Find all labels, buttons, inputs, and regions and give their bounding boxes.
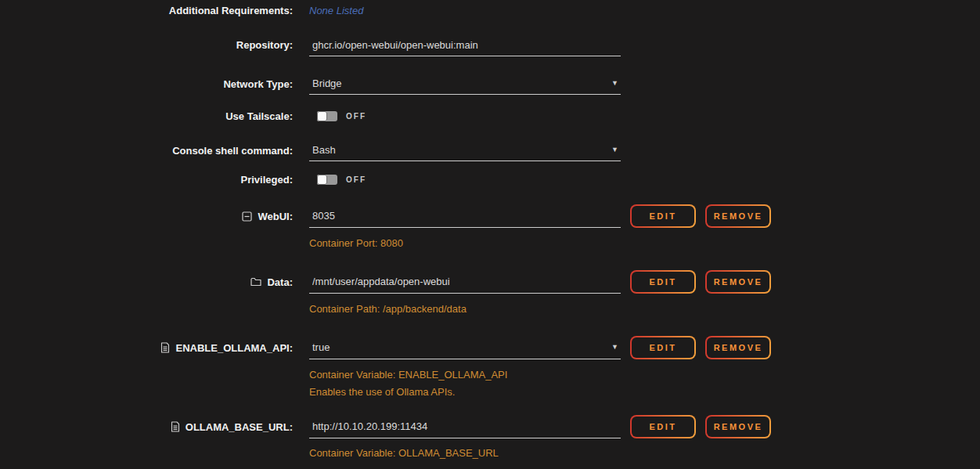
console-shell-command-select[interactable]: Bash ▼ (309, 139, 621, 161)
additional-requirements-label: Additional Requirements: (0, 3, 293, 18)
privileged-label: Privileged: (0, 173, 293, 186)
row-network-type: Network Type: Bridge ▼ (0, 73, 980, 95)
row-data-path: Data: EDIT REMOVE (0, 270, 980, 294)
console-shell-command-selected-value: Bash (312, 144, 336, 156)
chevron-down-icon: ▼ (611, 146, 618, 153)
chevron-down-icon: ▼ (611, 80, 618, 87)
enable-ollama-api-help-text: Container Variable: ENABLE_OLLAMA_API (309, 369, 507, 381)
webui-edit-button[interactable]: EDIT (630, 204, 696, 228)
row-ollama-base-url: OLLAMA_BASE_URL: EDIT REMOVE (0, 415, 980, 438)
toggle-knob (317, 111, 327, 121)
use-tailscale-label: Use Tailscale: (0, 110, 293, 122)
data-label: Data: (267, 276, 293, 288)
toggle-knob (317, 175, 327, 185)
webui-label: WebUI: (258, 211, 293, 222)
enable-ollama-api-description-text: Enables the use of Ollama APIs. (309, 386, 455, 398)
square-minus-icon (242, 211, 252, 222)
file-text-icon (171, 421, 180, 432)
enable-ollama-api-select[interactable]: true ▼ (309, 336, 621, 359)
row-webui-port: WebUI: EDIT REMOVE (0, 204, 980, 228)
row-enable-ollama-api: ENABLE_OLLAMA_API: true ▼ EDIT REMOVE (0, 336, 980, 359)
ollama-base-url-edit-button[interactable]: EDIT (630, 415, 696, 438)
data-help-text: Container Path: /app/backend/data (309, 303, 467, 315)
enable-ollama-api-selected-value: true (312, 341, 330, 353)
additional-requirements-value: None Listed (309, 3, 363, 18)
privileged-toggle[interactable] (317, 175, 337, 185)
ollama-base-url-help-text: Container Variable: OLLAMA_BASE_URL (309, 447, 499, 459)
network-type-select[interactable]: Bridge ▼ (309, 73, 621, 95)
repository-label: Repository: (0, 34, 293, 56)
ollama-base-url-remove-button[interactable]: REMOVE (705, 415, 771, 438)
webui-remove-button[interactable]: REMOVE (705, 204, 771, 228)
row-console-shell-command: Console shell command: Bash ▼ (0, 139, 980, 161)
data-remove-button[interactable]: REMOVE (705, 270, 771, 294)
data-edit-button[interactable]: EDIT (630, 270, 696, 294)
use-tailscale-state: OFF (346, 112, 366, 121)
file-text-icon (160, 342, 170, 353)
row-repository: Repository: (0, 34, 980, 56)
chevron-down-icon: ▼ (611, 344, 618, 351)
data-path-input[interactable] (309, 270, 621, 294)
row-privileged: Privileged: OFF (0, 173, 980, 186)
folder-icon (250, 277, 261, 287)
use-tailscale-toggle[interactable] (317, 111, 337, 121)
network-type-selected-value: Bridge (312, 78, 342, 89)
ollama-base-url-label: OLLAMA_BASE_URL: (186, 421, 293, 433)
webui-help-text: Container Port: 8080 (309, 237, 403, 249)
docker-container-settings-form: Additional Requirements: None Listed Rep… (0, 0, 980, 469)
enable-ollama-api-remove-button[interactable]: REMOVE (705, 336, 771, 359)
enable-ollama-api-edit-button[interactable]: EDIT (630, 336, 696, 359)
repository-input[interactable] (309, 34, 621, 56)
row-use-tailscale: Use Tailscale: OFF (0, 110, 980, 122)
row-additional-requirements: Additional Requirements: None Listed (0, 3, 980, 18)
webui-port-input[interactable] (309, 204, 621, 228)
network-type-label: Network Type: (0, 73, 293, 95)
privileged-state: OFF (346, 175, 366, 184)
enable-ollama-api-label: ENABLE_OLLAMA_API: (175, 342, 293, 354)
console-shell-command-label: Console shell command: (0, 139, 293, 161)
ollama-base-url-input[interactable] (309, 415, 621, 438)
